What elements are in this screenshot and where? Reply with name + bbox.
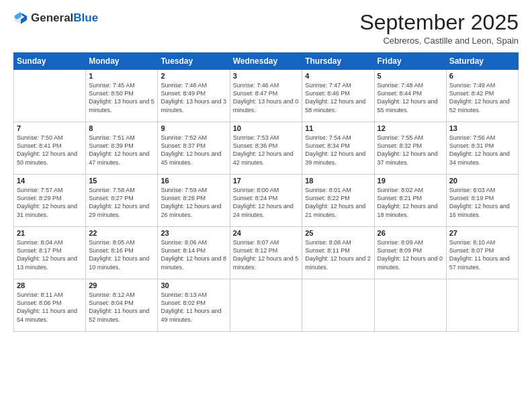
- day-number: 29: [89, 281, 154, 289]
- day-number: 7: [17, 124, 83, 132]
- calendar-day-30: 30Sunrise: 8:13 AMSunset: 8:02 PMDayligh…: [158, 279, 230, 332]
- calendar-day-14: 14Sunrise: 7:57 AMSunset: 8:29 PMDayligh…: [14, 175, 86, 227]
- day-number: 9: [161, 124, 226, 132]
- day-info: Sunrise: 8:08 AMSunset: 8:11 PMDaylight:…: [305, 238, 371, 271]
- day-number: 11: [305, 124, 371, 132]
- day-number: 30: [161, 281, 226, 289]
- day-info: Sunrise: 8:11 AMSunset: 8:06 PMDaylight:…: [17, 291, 83, 324]
- day-info: Sunrise: 8:06 AMSunset: 8:14 PMDaylight:…: [161, 238, 226, 271]
- logo-general-text: General: [31, 11, 73, 24]
- calendar-day-21: 21Sunrise: 8:04 AMSunset: 8:17 PMDayligh…: [14, 227, 86, 279]
- day-info: Sunrise: 7:51 AMSunset: 8:39 PMDaylight:…: [89, 134, 154, 167]
- day-number: 14: [17, 177, 83, 185]
- day-number: 19: [378, 177, 443, 185]
- calendar-header-monday: Monday: [86, 53, 158, 70]
- day-info: Sunrise: 8:03 AMSunset: 8:19 PMDaylight:…: [449, 186, 515, 219]
- calendar-day-20: 20Sunrise: 8:03 AMSunset: 8:19 PMDayligh…: [446, 175, 518, 227]
- calendar-day-18: 18Sunrise: 8:01 AMSunset: 8:22 PMDayligh…: [302, 175, 374, 227]
- page-header: GeneralBlue September 2025 Cebreros, Cas…: [13, 11, 519, 46]
- day-info: Sunrise: 8:09 AMSunset: 8:09 PMDaylight:…: [378, 238, 443, 271]
- day-number: 17: [233, 177, 300, 185]
- day-number: 15: [89, 177, 154, 185]
- calendar-empty-cell: [14, 70, 86, 122]
- calendar-empty-cell: [446, 279, 518, 332]
- calendar-day-6: 6Sunrise: 7:49 AMSunset: 8:42 PMDaylight…: [446, 70, 518, 122]
- day-info: Sunrise: 7:59 AMSunset: 8:26 PMDaylight:…: [161, 186, 226, 219]
- calendar-day-9: 9Sunrise: 7:52 AMSunset: 8:37 PMDaylight…: [158, 122, 230, 175]
- day-number: 27: [449, 229, 515, 237]
- calendar-week-row: 28Sunrise: 8:11 AMSunset: 8:06 PMDayligh…: [14, 279, 519, 332]
- day-info: Sunrise: 7:58 AMSunset: 8:27 PMDaylight:…: [89, 186, 154, 219]
- calendar-header-saturday: Saturday: [446, 53, 518, 70]
- logo-icon: [13, 11, 28, 26]
- calendar-day-8: 8Sunrise: 7:51 AMSunset: 8:39 PMDaylight…: [86, 122, 158, 175]
- calendar-header-tuesday: Tuesday: [158, 53, 230, 70]
- day-info: Sunrise: 7:48 AMSunset: 8:44 PMDaylight:…: [378, 81, 443, 114]
- day-number: 5: [378, 72, 443, 80]
- calendar-day-7: 7Sunrise: 7:50 AMSunset: 8:41 PMDaylight…: [14, 122, 86, 175]
- day-info: Sunrise: 7:50 AMSunset: 8:41 PMDaylight:…: [17, 134, 83, 167]
- calendar-empty-cell: [302, 279, 374, 332]
- day-number: 3: [233, 72, 300, 80]
- calendar-day-5: 5Sunrise: 7:48 AMSunset: 8:44 PMDaylight…: [374, 70, 446, 122]
- calendar-day-17: 17Sunrise: 8:00 AMSunset: 8:24 PMDayligh…: [230, 175, 302, 227]
- day-info: Sunrise: 8:02 AMSunset: 8:21 PMDaylight:…: [378, 186, 443, 219]
- day-number: 16: [161, 177, 226, 185]
- calendar-day-29: 29Sunrise: 8:12 AMSunset: 8:04 PMDayligh…: [86, 279, 158, 332]
- calendar-day-4: 4Sunrise: 7:47 AMSunset: 8:46 PMDaylight…: [302, 70, 374, 122]
- calendar-table: SundayMondayTuesdayWednesdayThursdayFrid…: [13, 52, 519, 332]
- day-info: Sunrise: 8:00 AMSunset: 8:24 PMDaylight:…: [233, 186, 300, 219]
- day-number: 23: [161, 229, 226, 237]
- calendar-empty-cell: [230, 279, 302, 332]
- calendar-week-row: 21Sunrise: 8:04 AMSunset: 8:17 PMDayligh…: [14, 227, 519, 279]
- day-number: 18: [305, 177, 371, 185]
- day-info: Sunrise: 8:12 AMSunset: 8:04 PMDaylight:…: [89, 291, 154, 324]
- calendar-week-row: 7Sunrise: 7:50 AMSunset: 8:41 PMDaylight…: [14, 122, 519, 175]
- day-info: Sunrise: 7:49 AMSunset: 8:42 PMDaylight:…: [449, 81, 515, 114]
- calendar-day-25: 25Sunrise: 8:08 AMSunset: 8:11 PMDayligh…: [302, 227, 374, 279]
- day-info: Sunrise: 7:57 AMSunset: 8:29 PMDaylight:…: [17, 186, 83, 219]
- day-info: Sunrise: 7:47 AMSunset: 8:46 PMDaylight:…: [305, 81, 371, 114]
- day-info: Sunrise: 7:55 AMSunset: 8:32 PMDaylight:…: [378, 134, 443, 167]
- day-number: 28: [17, 281, 83, 289]
- day-number: 4: [305, 72, 371, 80]
- day-number: 20: [449, 177, 515, 185]
- calendar-day-28: 28Sunrise: 8:11 AMSunset: 8:06 PMDayligh…: [14, 279, 86, 332]
- calendar-header-wednesday: Wednesday: [230, 53, 302, 70]
- day-info: Sunrise: 8:13 AMSunset: 8:02 PMDaylight:…: [161, 291, 226, 324]
- day-info: Sunrise: 8:05 AMSunset: 8:16 PMDaylight:…: [89, 238, 154, 271]
- day-info: Sunrise: 7:53 AMSunset: 8:36 PMDaylight:…: [233, 134, 300, 167]
- day-number: 12: [378, 124, 443, 132]
- calendar-header-row: SundayMondayTuesdayWednesdayThursdayFrid…: [14, 53, 519, 70]
- calendar-day-3: 3Sunrise: 7:46 AMSunset: 8:47 PMDaylight…: [230, 70, 302, 122]
- day-info: Sunrise: 8:01 AMSunset: 8:22 PMDaylight:…: [305, 186, 371, 219]
- title-block: September 2025 Cebreros, Castille and Le…: [359, 11, 519, 46]
- day-number: 24: [233, 229, 300, 237]
- day-number: 10: [233, 124, 300, 132]
- calendar-empty-cell: [374, 279, 446, 332]
- calendar-day-12: 12Sunrise: 7:55 AMSunset: 8:32 PMDayligh…: [374, 122, 446, 175]
- calendar-header-thursday: Thursday: [302, 53, 374, 70]
- day-number: 2: [161, 72, 226, 80]
- calendar-day-2: 2Sunrise: 7:46 AMSunset: 8:49 PMDaylight…: [158, 70, 230, 122]
- logo: GeneralBlue: [13, 11, 98, 26]
- day-info: Sunrise: 7:52 AMSunset: 8:37 PMDaylight:…: [161, 134, 226, 167]
- calendar-day-23: 23Sunrise: 8:06 AMSunset: 8:14 PMDayligh…: [158, 227, 230, 279]
- calendar-day-10: 10Sunrise: 7:53 AMSunset: 8:36 PMDayligh…: [230, 122, 302, 175]
- calendar-day-11: 11Sunrise: 7:54 AMSunset: 8:34 PMDayligh…: [302, 122, 374, 175]
- day-info: Sunrise: 7:45 AMSunset: 8:50 PMDaylight:…: [89, 81, 154, 114]
- calendar-day-1: 1Sunrise: 7:45 AMSunset: 8:50 PMDaylight…: [86, 70, 158, 122]
- day-number: 13: [449, 124, 515, 132]
- logo-text: GeneralBlue: [31, 12, 98, 25]
- calendar-week-row: 14Sunrise: 7:57 AMSunset: 8:29 PMDayligh…: [14, 175, 519, 227]
- day-info: Sunrise: 8:10 AMSunset: 8:07 PMDaylight:…: [449, 238, 515, 271]
- calendar-day-15: 15Sunrise: 7:58 AMSunset: 8:27 PMDayligh…: [86, 175, 158, 227]
- calendar-header-friday: Friday: [374, 53, 446, 70]
- day-info: Sunrise: 7:56 AMSunset: 8:31 PMDaylight:…: [449, 134, 515, 167]
- calendar-day-19: 19Sunrise: 8:02 AMSunset: 8:21 PMDayligh…: [374, 175, 446, 227]
- calendar-day-26: 26Sunrise: 8:09 AMSunset: 8:09 PMDayligh…: [374, 227, 446, 279]
- logo-blue-text: Blue: [73, 11, 98, 24]
- location-subtitle: Cebreros, Castille and Leon, Spain: [359, 36, 519, 46]
- calendar-day-16: 16Sunrise: 7:59 AMSunset: 8:26 PMDayligh…: [158, 175, 230, 227]
- day-number: 6: [449, 72, 515, 80]
